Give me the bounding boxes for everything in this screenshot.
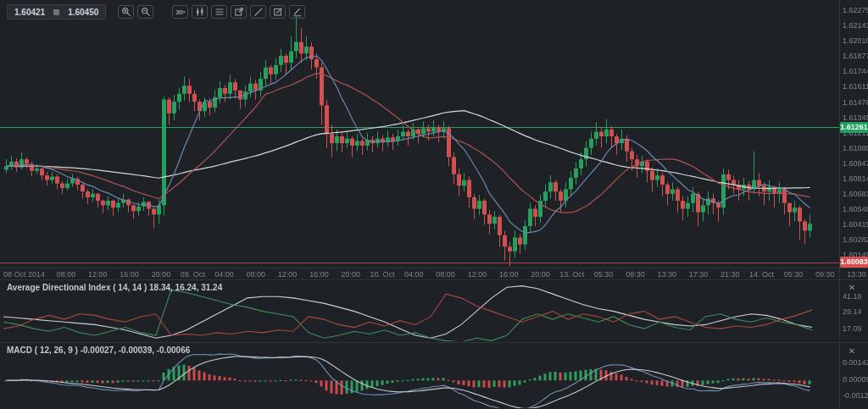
time-axis-label: 16:00: [499, 270, 519, 279]
time-axis-label: 12:00: [278, 270, 298, 279]
time-axis-label: 13:30: [847, 270, 866, 279]
price-axis-label: 1.61611: [843, 82, 868, 91]
timeframe-30-button[interactable]: 30•: [172, 5, 188, 19]
price-axis-label: 1.61744: [843, 67, 868, 75]
price-axis-label: 1.61877: [843, 52, 868, 60]
quote-separator-icon: [53, 9, 59, 15]
time-axis-label: 20:00: [152, 270, 171, 279]
price-axis-label: 1.62010: [843, 36, 868, 45]
time-axis-label: 08:00: [57, 270, 76, 279]
time-axis-label: 09. Oct: [181, 270, 205, 279]
time-axis-label: 14. Oct: [749, 270, 774, 279]
edit-box-icon[interactable]: [270, 5, 286, 19]
time-axis-label: 12:00: [468, 270, 487, 279]
chart-toolbar: 1.60421 1.60450 30•: [7, 4, 309, 19]
toolbar-buttons: 30•: [118, 5, 309, 19]
price-axis-label: 1.60947: [843, 159, 868, 168]
macd-title-text: MACD ( 12, 26, 9 ): [7, 345, 78, 355]
time-axis-label: 17:30: [689, 270, 709, 279]
zoom-out-icon[interactable]: [137, 5, 153, 19]
macd-axis-label: -0.00125: [843, 391, 868, 400]
time-axis-label: 20:00: [531, 270, 550, 279]
price-axis-label: 1.60814: [843, 174, 868, 183]
adx-close-icon[interactable]: ✕: [846, 282, 858, 294]
adx-axis-label: 29.14: [843, 307, 862, 316]
price-axis-label: 1.61478: [843, 98, 868, 107]
time-axis-label: 04:00: [404, 270, 424, 279]
popout-icon[interactable]: [231, 5, 247, 19]
time-axis-label: 05:30: [784, 270, 804, 279]
price-axis-label: 1.62143: [843, 21, 868, 30]
adx-values-text: 18.34, 16.24, 31.24: [149, 283, 222, 292]
time-axis-label: 21:30: [721, 270, 740, 279]
macd-axis-label: 0.00142: [843, 358, 868, 367]
time-axis-label: 09:30: [626, 270, 645, 279]
price-axis-label: 1.61080: [843, 144, 868, 152]
time-axis-label: 10. Oct: [370, 270, 394, 279]
time-axis-label: 13:30: [657, 270, 676, 279]
price-axis-label: 1.61345: [843, 113, 868, 122]
adx-title-text: Average Directional Index ( 14, 14 ): [7, 283, 147, 292]
trading-chart-window: { "quote_panel": { "bid": "1.60421", "as…: [0, 0, 868, 409]
draw-icon[interactable]: [289, 5, 305, 19]
ask-price[interactable]: 1.60450: [68, 8, 98, 17]
adx-axis-label: 17.09: [843, 324, 862, 333]
time-axis-label: 08 Oct 2014: [3, 270, 45, 279]
macd-panel-title: MACD ( 12, 26, 9 ) -0.00027, -0.00039, -…: [7, 345, 190, 355]
time-axis-label: 16:00: [120, 270, 139, 279]
time-axis-label: 08:00: [436, 270, 455, 279]
time-axis-label: 20:00: [341, 270, 360, 279]
quote-box[interactable]: 1.60421 1.60450: [7, 4, 106, 19]
pen-icon[interactable]: [250, 5, 266, 19]
timeframe-marker: •: [183, 10, 185, 14]
price-axis-label: 1.60282: [843, 235, 868, 244]
price-axis-label: 1.60681: [843, 190, 868, 198]
time-axis-label: 12:00: [88, 270, 108, 279]
timeframe-label: 30: [175, 8, 183, 16]
time-axis-label: 13. Oct: [559, 270, 584, 279]
time-axis-label: 16:00: [309, 270, 329, 279]
time-axis-label: 04:00: [214, 270, 234, 279]
macd-values-text: -0.00027, -0.00039, -0.00066: [81, 345, 191, 355]
time-axis-label: 09:30: [815, 270, 835, 279]
time-axis-label: 05:30: [594, 270, 614, 279]
price-axis-label: 1.60415: [843, 220, 868, 229]
time-axis-label: 08:00: [247, 270, 266, 279]
price-axis-label: 1.62275: [843, 6, 868, 14]
price-axis-label: 1.60548: [843, 205, 868, 213]
macd-axis-label: 0.00009: [843, 375, 868, 384]
price-label-high: 1.61261: [840, 122, 868, 133]
indicators-icon[interactable]: [211, 5, 227, 19]
adx-panel-title: Average Directional Index ( 14, 14 ) 18.…: [7, 283, 222, 292]
macd-close-icon[interactable]: ✕: [846, 345, 858, 357]
zoom-in-icon[interactable]: [118, 5, 134, 19]
price-label-low: 1.60083: [840, 257, 868, 268]
bid-price[interactable]: 1.60421: [14, 8, 45, 17]
candlestick-chart-icon[interactable]: [192, 5, 208, 19]
